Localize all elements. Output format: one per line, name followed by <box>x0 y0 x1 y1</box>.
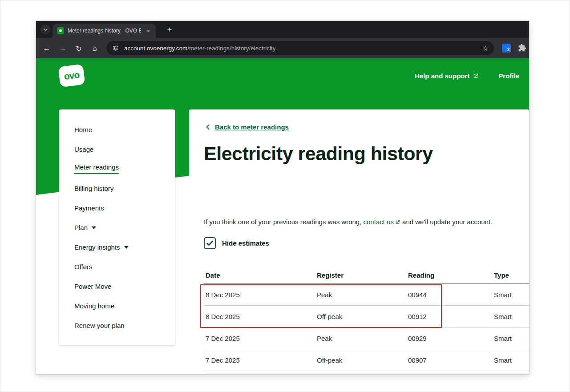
table-row: 8 Dec 2025 Peak 00944 Smart <box>204 284 529 306</box>
tab-close-icon[interactable]: × <box>145 27 152 35</box>
back-to-meter-readings-link[interactable]: Back to meter readings <box>205 123 289 131</box>
table-row: 7 Dec 2025 Off-peak 00907 Smart <box>204 349 529 371</box>
cell-date: 8 Dec 2025 <box>204 313 315 320</box>
sidebar-item-meter-readings[interactable]: Meter readings <box>59 159 175 178</box>
new-tab-button[interactable]: + <box>164 24 175 35</box>
notice-suffix: and we'll update your account. <box>400 218 492 226</box>
table-header-row: Date Register Reading Type <box>204 267 529 284</box>
bookmark-star-icon[interactable]: ☆ <box>482 44 489 53</box>
header-type: Type <box>492 271 529 279</box>
cell-type: Smart <box>492 291 529 299</box>
help-and-support-label: Help and support <box>415 72 469 80</box>
browser-window: Meter readings history - OVO E × + ← → ↻… <box>36 21 529 374</box>
cell-type: Smart <box>492 356 529 364</box>
sidebar-item-energy-insights[interactable]: Energy insights <box>59 237 175 257</box>
url-path: /meter-readings/history/electricity <box>187 45 275 52</box>
sidebar-item-payments[interactable]: Payments <box>59 198 175 218</box>
sidebar-item-plan[interactable]: Plan <box>59 218 175 237</box>
readings-table: Date Register Reading Type 8 Dec 2025 Pe… <box>204 267 529 371</box>
cell-date: 7 Dec 2025 <box>204 335 315 342</box>
sidebar-item-offers[interactable]: Offers <box>59 257 175 276</box>
readings-card: If you think one of your previous readin… <box>189 202 529 374</box>
hide-estimates-checkbox[interactable] <box>204 237 216 249</box>
cell-register: Peak <box>315 291 406 299</box>
browser-tab[interactable]: Meter readings history - OVO E × <box>53 24 156 38</box>
tab-title: Meter readings history - OVO E <box>68 28 141 34</box>
cell-reading: 00912 <box>406 313 492 320</box>
tab-strip: Meter readings history - OVO E × + <box>36 21 529 38</box>
url-domain: account.ovoenergy.com <box>124 45 187 52</box>
sidebar-item-power-move[interactable]: Power Move <box>59 276 175 296</box>
header-reading: Reading <box>406 271 492 279</box>
cell-reading: 00929 <box>406 335 492 342</box>
check-icon <box>206 239 214 247</box>
address-bar[interactable]: account.ovoenergy.com/meter-readings/his… <box>106 41 494 55</box>
header-date: Date <box>204 271 315 279</box>
sidebar-item-home[interactable]: Home <box>59 120 175 139</box>
header-register: Register <box>315 271 406 279</box>
cell-date: 8 Dec 2025 <box>204 291 315 299</box>
table-row: 8 Dec 2025 Off-peak 00912 Smart <box>204 306 529 327</box>
home-icon[interactable]: ⌂ <box>89 43 100 54</box>
cell-date: 7 Dec 2025 <box>204 356 315 364</box>
page-heading-card: Back to meter readings Electricity readi… <box>189 109 529 187</box>
sidebar-item-renew-your-plan[interactable]: Renew your plan <box>59 315 175 335</box>
hide-estimates-label: Hide estimates <box>222 239 269 247</box>
cell-register: Off-peak <box>315 313 406 320</box>
table-row: 7 Dec 2025 Peak 00929 Smart <box>204 327 529 349</box>
forward-icon[interactable]: → <box>57 43 68 54</box>
help-and-support-link[interactable]: Help and support <box>415 72 479 80</box>
ovo-favicon-icon <box>57 27 64 34</box>
sidebar-item-moving-home[interactable]: Moving home <box>59 296 175 315</box>
browser-toolbar: ← → ↻ ⌂ account.ovoenergy.com/meter-read… <box>36 38 529 58</box>
ovo-logo-text: ovo <box>63 69 80 82</box>
cell-register: Off-peak <box>315 356 406 364</box>
profile-link[interactable]: Profile <box>498 72 519 80</box>
profile-badge-icon[interactable]: 2 <box>502 44 511 53</box>
cell-type: Smart <box>492 313 529 320</box>
reload-icon[interactable]: ↻ <box>73 43 84 54</box>
chevron-down-icon <box>92 226 96 229</box>
cell-register: Peak <box>315 335 406 342</box>
back-link-label: Back to meter readings <box>215 123 289 131</box>
chevron-down-icon <box>43 27 48 32</box>
sidebar-item-billing-history[interactable]: Billing history <box>59 178 175 198</box>
badge-count: 2 <box>507 47 509 52</box>
page-title: Electricity reading history <box>204 143 433 165</box>
back-icon[interactable]: ← <box>41 43 52 54</box>
tab-search-button[interactable] <box>40 24 50 34</box>
sidebar-item-usage[interactable]: Usage <box>59 139 175 159</box>
contact-us-link[interactable]: contact us <box>364 218 394 226</box>
hide-estimates-row: Hide estimates <box>204 237 269 249</box>
url-text: account.ovoenergy.com/meter-readings/his… <box>124 45 275 52</box>
sidebar-nav: Home Usage Meter readings Billing histor… <box>59 109 175 345</box>
external-link-icon <box>473 73 479 79</box>
external-link-icon <box>395 219 400 225</box>
ovo-logo[interactable]: ovo <box>58 64 85 87</box>
cell-type: Smart <box>492 335 529 342</box>
chevron-down-icon <box>124 246 129 249</box>
chevron-left-icon <box>205 124 211 130</box>
notice-prefix: If you think one of your previous readin… <box>204 218 364 226</box>
cell-reading: 00907 <box>406 356 492 364</box>
wrong-reading-notice: If you think one of your previous readin… <box>204 218 492 226</box>
site-settings-icon[interactable] <box>112 44 119 52</box>
header-links: Help and support Profile <box>415 72 519 80</box>
profile-label: Profile <box>498 72 519 80</box>
extensions-puzzle-icon[interactable] <box>518 44 526 52</box>
cell-reading: 00944 <box>406 291 492 299</box>
